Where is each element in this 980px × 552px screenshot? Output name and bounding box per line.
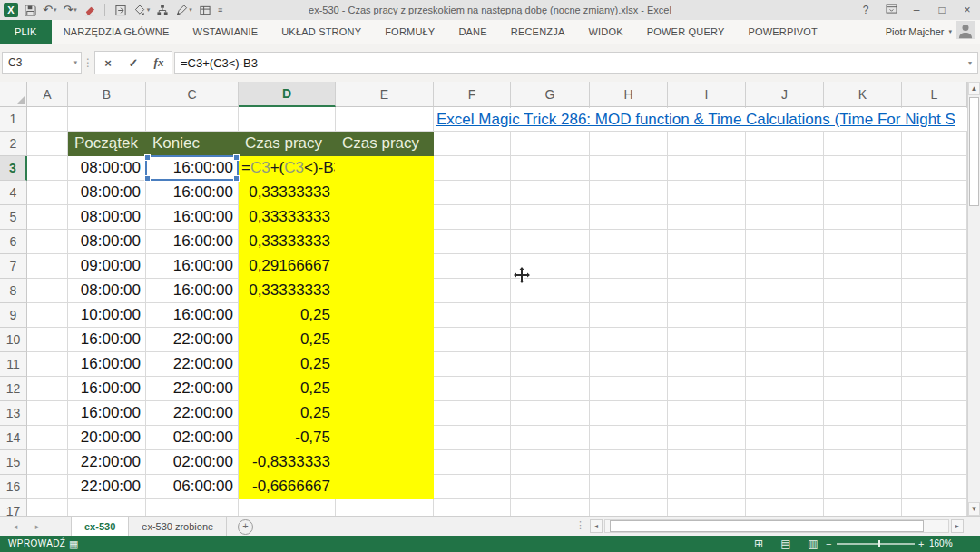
cell-I7[interactable] [668,254,746,279]
cell-K5[interactable] [824,205,902,230]
row-header-14[interactable]: 14 [0,426,27,450]
cell-L15[interactable] [902,450,967,475]
cell-I4[interactable] [668,181,746,205]
cell-B11[interactable]: 16:00:00 [68,352,146,377]
cell-D7[interactable]: 0,29166667 [239,254,336,279]
cell-A5[interactable] [27,205,68,230]
cell-L4[interactable] [902,181,967,205]
cell-G16[interactable] [511,475,590,499]
row-header-6[interactable]: 6 [0,230,27,254]
cell-E15[interactable] [336,450,434,475]
cell-H8[interactable] [590,279,668,303]
cancel-button[interactable]: × [95,56,121,70]
horizontal-scrollbar[interactable] [604,519,949,533]
cell-B5[interactable]: 08:00:00 [68,205,146,230]
cell-A11[interactable] [27,352,68,377]
tab-recenzja[interactable]: RECENZJA [499,20,577,44]
hierarchy-icon[interactable] [156,5,169,16]
column-header-K[interactable]: K [824,82,902,107]
cell-J3[interactable] [746,156,824,181]
row-header-15[interactable]: 15 [0,450,27,475]
row-header-1[interactable]: 1 [0,107,27,132]
cell-G8[interactable] [511,279,590,303]
cell-A15[interactable] [27,450,68,475]
cell-E1[interactable] [336,107,434,132]
cell-E3[interactable] [336,156,434,181]
cell-B14[interactable]: 20:00:00 [68,426,146,450]
cell-F4[interactable] [434,181,511,205]
row-header-17[interactable]: 17 [0,499,27,516]
row-header-9[interactable]: 9 [0,303,27,328]
cell-L2[interactable] [902,132,967,156]
cell-D12[interactable]: 0,25 [239,377,336,401]
cell-H11[interactable] [590,352,668,377]
qat-customize-icon[interactable]: ≡ [218,0,222,20]
sheet-tab-ex-530[interactable]: ex-530 [71,517,129,536]
hscroll-left-icon[interactable]: ◂ [590,519,603,533]
tab-narzedzia-glowne[interactable]: NARZĘDZIA GŁÓWNE [52,20,181,44]
vertical-scrollbar[interactable]: ▲▼ [967,82,980,516]
cell-C6[interactable]: 16:00:00 [146,230,239,254]
save-icon[interactable] [24,5,36,16]
cell-C4[interactable]: 16:00:00 [146,181,239,205]
cell-L16[interactable] [902,475,967,499]
cell-E14[interactable] [336,426,434,450]
column-header-L[interactable]: L [902,82,967,107]
cell-F7[interactable] [434,254,511,279]
tab-uklad-strony[interactable]: UKŁAD STRONY [270,20,373,44]
sheet-nav-left-icon[interactable]: ◂ [5,517,25,536]
row-header-12[interactable]: 12 [0,377,27,401]
user-name[interactable]: Piotr Majcher [886,26,945,37]
cell-C7[interactable]: 16:00:00 [146,254,239,279]
cell-K12[interactable] [824,377,902,401]
cell-F14[interactable] [434,426,511,450]
user-avatar[interactable] [956,21,975,43]
cell-C1[interactable] [146,107,239,132]
cell-J8[interactable] [746,279,824,303]
cell-E7[interactable] [336,254,434,279]
name-box-dropdown-icon[interactable]: ▾ [74,59,77,66]
tab-widok[interactable]: WIDOK [576,20,634,44]
vscroll-up-icon[interactable]: ▲ [968,82,980,95]
view-normal-icon[interactable]: ⊞ [750,536,768,552]
cell-C14[interactable]: 02:00:00 [146,426,239,450]
cell-G4[interactable] [511,181,590,205]
zoom-slider-thumb[interactable] [878,540,880,547]
cell-C2[interactable]: Koniec [146,132,239,156]
cell-L3[interactable] [902,156,967,181]
sheet-tab-ex-530-zrobione[interactable]: ex-530 zrobione [129,517,227,536]
cell-H15[interactable] [590,450,668,475]
row-header-3[interactable]: 3 [0,156,27,181]
help-icon[interactable]: ? [853,0,878,20]
new-sheet-button[interactable]: + [238,519,253,535]
cell-B15[interactable]: 22:00:00 [68,450,146,475]
select-all-corner[interactable] [0,82,27,107]
cell-D13[interactable]: 0,25 [239,401,336,426]
zoom-out-icon[interactable]: − [826,536,831,552]
cell-F6[interactable] [434,230,511,254]
sheet-nav-right-icon[interactable]: ▸ [27,517,47,536]
cell-A6[interactable] [27,230,68,254]
undo-icon[interactable]: ↶▾ [43,0,56,20]
maximize-button[interactable]: □ [929,0,955,20]
minimize-button[interactable]: – [904,0,929,20]
cell-K8[interactable] [824,279,902,303]
cell-J17[interactable] [746,499,824,516]
ribbon-display-options-icon[interactable] [878,0,904,20]
cell-K11[interactable] [824,352,902,377]
zoom-slider[interactable] [837,543,915,545]
cell-D9[interactable]: 0,25 [239,303,336,328]
cell-B2[interactable]: Początek [68,132,146,156]
cell-I14[interactable] [668,426,746,450]
cell-J9[interactable] [746,303,824,328]
cell-K4[interactable] [824,181,902,205]
row-header-11[interactable]: 11 [0,352,27,377]
cell-F15[interactable] [434,450,511,475]
cell-J13[interactable] [746,401,824,426]
cell-I2[interactable] [668,132,746,156]
cell-D6[interactable]: 0,33333333 [239,230,336,254]
cell-G3[interactable] [511,156,590,181]
cell-J16[interactable] [746,475,824,499]
cell-L17[interactable] [902,499,967,516]
cell-format-icon[interactable] [199,5,211,16]
